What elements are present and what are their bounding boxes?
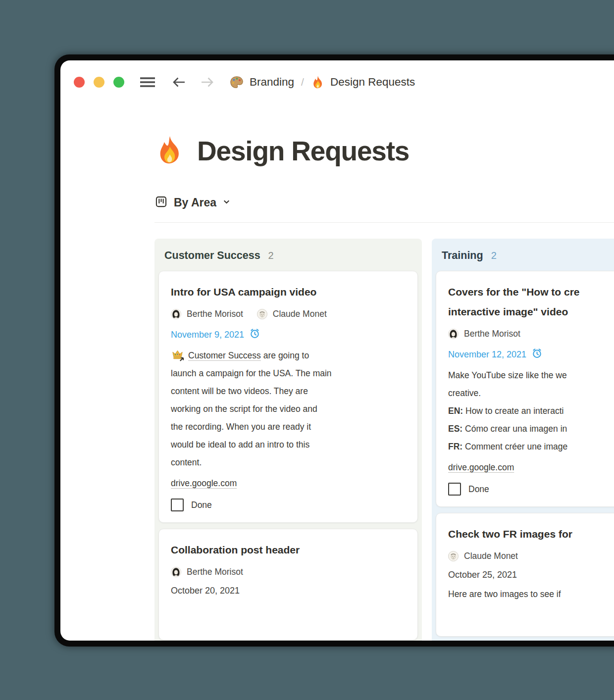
body-text: content will be two videos. They are <box>171 382 406 400</box>
window-controls <box>74 77 124 88</box>
minimize-button[interactable] <box>94 77 104 88</box>
page-mention-link[interactable]: Customer Success <box>188 350 261 360</box>
desktop: { "colors": { "desktop_background": "#4b… <box>0 0 614 700</box>
person: Claude Monet <box>448 551 518 561</box>
column-count: 2 <box>491 250 497 261</box>
card-check-two-fr-images[interactable]: Check two FR images for Claude Monet Oct… <box>436 513 614 637</box>
lang-text: Comment créer une image <box>462 442 567 451</box>
berthe-morisot-avatar <box>171 567 181 577</box>
column-training: Training 2 Covers for the "How to cre in… <box>432 239 614 641</box>
titlebar: Branding / Design Requests <box>60 60 614 91</box>
assignees: Berthe Morisot <box>448 329 614 339</box>
breadcrumb-item-design-requests[interactable]: Design Requests <box>311 75 415 89</box>
column-count: 2 <box>268 250 274 261</box>
person-name: Berthe Morisot <box>187 567 243 577</box>
person-name: Berthe Morisot <box>187 309 243 319</box>
lang-label: ES: <box>448 424 462 434</box>
column-customer-success: Customer Success 2 Intro for USA campaig… <box>154 239 422 641</box>
checkbox-label: Done <box>468 484 489 495</box>
lang-text: Cómo crear una imagen in <box>462 424 567 434</box>
body-text: Make YouTube size like the we <box>448 366 614 384</box>
board: Customer Success 2 Intro for USA campaig… <box>154 239 614 641</box>
body-text: creative. <box>448 384 614 402</box>
person-name: Claude Monet <box>464 551 518 561</box>
due-date: October 25, 2021 <box>448 570 614 580</box>
board-view-icon <box>154 195 168 210</box>
reminder-alarm-icon <box>249 328 260 342</box>
body-text: working on the script for the video and <box>171 400 406 418</box>
breadcrumb-label: Branding <box>250 76 294 89</box>
date-text: November 12, 2021 <box>448 350 526 360</box>
card-body: Make YouTube size like the we creative. … <box>448 366 614 455</box>
lang-label: EN: <box>448 406 463 416</box>
card-body: Here are two images to see if <box>448 585 614 603</box>
due-date: November 12, 2021 <box>448 348 614 361</box>
column-header[interactable]: Customer Success 2 <box>154 239 422 271</box>
due-date: November 9, 2021 <box>171 328 406 342</box>
assignees: Berthe Morisot <box>171 567 406 577</box>
reminder-alarm-icon <box>531 348 543 361</box>
date-text: October 20, 2021 <box>171 586 240 596</box>
done-checkbox-row: Done <box>171 499 406 511</box>
body-text: content. <box>171 453 406 471</box>
checkbox-label: Done <box>191 500 212 510</box>
checkbox[interactable] <box>448 483 461 496</box>
claude-monet-avatar <box>448 551 459 561</box>
person: Claude Monet <box>257 309 327 319</box>
lang-label: FR: <box>448 442 462 451</box>
zoom-button[interactable] <box>113 77 124 88</box>
body-text: launch a campaign for the USA. The main <box>171 364 406 382</box>
card-body: Customer Success are going to launch a c… <box>171 347 406 471</box>
date-text: October 25, 2021 <box>448 570 517 580</box>
page-title: Design Requests <box>197 135 409 167</box>
checkbox[interactable] <box>171 499 184 511</box>
card-title: Intro for USA campaign video <box>171 282 406 302</box>
person-name: Berthe Morisot <box>464 329 520 339</box>
assignees: Claude Monet <box>448 551 614 561</box>
column-name: Training <box>442 250 483 262</box>
claude-monet-avatar <box>257 309 267 319</box>
fire-icon <box>154 135 185 167</box>
breadcrumb-item-branding[interactable]: Branding <box>229 75 294 90</box>
breadcrumb-label: Design Requests <box>330 76 415 89</box>
body-text: Here are two images to see if <box>448 585 614 603</box>
menu-icon[interactable] <box>139 76 156 89</box>
column-name: Customer Success <box>164 250 260 262</box>
person: Berthe Morisot <box>171 309 243 319</box>
breadcrumb-separator: / <box>301 76 304 88</box>
card-title: Check two FR images for <box>448 524 614 544</box>
forward-button[interactable] <box>200 76 214 89</box>
drive-link[interactable]: drive.google.com <box>171 478 237 488</box>
card-title: Covers for the "How to cre <box>448 282 614 302</box>
app-window-content: Branding / Design Requests Design Reques… <box>60 60 614 641</box>
column-header[interactable]: Training 2 <box>432 239 614 271</box>
due-date: October 20, 2021 <box>171 586 406 596</box>
back-button[interactable] <box>172 76 187 89</box>
fire-icon <box>311 75 325 89</box>
card-title: Collaboration post header <box>171 540 406 560</box>
card-covers-how-to-video[interactable]: Covers for the "How to cre interactive i… <box>436 271 614 507</box>
palette-icon <box>229 75 244 90</box>
view-selector[interactable]: By Area <box>154 195 614 210</box>
card-intro-usa-campaign[interactable]: Intro for USA campaign video Berthe Mori… <box>158 271 418 523</box>
divider <box>154 222 614 223</box>
berthe-morisot-avatar <box>171 309 181 319</box>
page-header: Design Requests <box>154 135 614 167</box>
close-button[interactable] <box>74 77 85 88</box>
date-text: November 9, 2021 <box>171 330 244 340</box>
assignees: Berthe Morisot Claude Monet <box>171 309 406 319</box>
person: Berthe Morisot <box>171 567 243 577</box>
body-text: are going to <box>261 350 309 360</box>
drive-link[interactable]: drive.google.com <box>448 462 514 472</box>
crown-page-mention-icon <box>171 348 184 361</box>
view-label: By Area <box>174 196 216 209</box>
person: Berthe Morisot <box>448 329 520 339</box>
chevron-down-icon <box>222 198 231 208</box>
card-collaboration-post-header[interactable]: Collaboration post header Berthe Morisot… <box>158 529 418 640</box>
done-checkbox-row: Done <box>448 483 614 496</box>
app-window: Branding / Design Requests Design Reques… <box>54 54 614 647</box>
body-text: would be ideal to add an intro to this <box>171 436 406 453</box>
card-title: interactive image" video <box>448 302 614 322</box>
lang-text: How to create an interacti <box>463 406 563 416</box>
person-name: Claude Monet <box>273 309 327 319</box>
